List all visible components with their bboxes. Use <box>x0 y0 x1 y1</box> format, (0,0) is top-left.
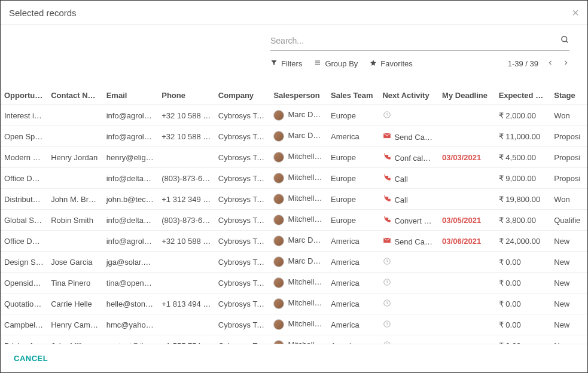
cell-email: info@agrolai… <box>103 231 159 252</box>
cell-stage: Proposi <box>550 147 587 168</box>
cell-contact <box>47 231 103 252</box>
cell-stage: New <box>550 273 587 293</box>
toolbar-right: Filters Group By Favorites 1-39 / 39 <box>270 33 569 68</box>
table-row[interactable]: Global Sol…Robin Smithinfo@deltap…(803)-… <box>1 210 587 231</box>
cell-deadline <box>438 314 495 335</box>
salesperson-name: Mitchell… <box>288 298 322 307</box>
cell-activity: Convert … <box>379 210 438 231</box>
cancel-button[interactable]: CANCEL <box>14 354 48 363</box>
cell-contact: Jose Garcia <box>47 252 103 273</box>
cell-team: Europe <box>327 105 379 126</box>
filters-button[interactable]: Filters <box>270 59 302 68</box>
col-opportunity[interactable]: Opportu… <box>1 84 47 105</box>
cell-activity <box>379 273 438 293</box>
cell-contact: Henry Jordan <box>47 147 103 168</box>
cell-opportunity: Opensides… <box>1 273 47 293</box>
cell-opportunity: Design Sof… <box>1 252 47 273</box>
cell-stage: Proposi <box>550 168 587 189</box>
pager-next-icon[interactable] <box>562 59 569 68</box>
cell-activity <box>379 335 438 344</box>
col-stage[interactable]: Stage <box>550 84 587 105</box>
table-row[interactable]: Pricing for…John Millercontact@the…+1 55… <box>1 335 587 344</box>
mail-icon <box>382 132 392 142</box>
avatar <box>273 173 284 184</box>
col-activity[interactable]: Next Activity <box>379 84 438 105</box>
table-row[interactable]: Design Sof…Jose Garciajga@solar.ex…Cybro… <box>1 252 587 273</box>
col-email[interactable]: Email <box>103 84 159 105</box>
cell-deadline <box>438 105 495 126</box>
col-phone[interactable]: Phone <box>158 84 215 105</box>
salesperson-name: Mitchell… <box>288 319 322 328</box>
table-row[interactable]: Office Desi…info@deltap…(803)-873-6…Cybr… <box>1 168 587 189</box>
salesperson-name: Marc D… <box>288 110 321 119</box>
search-input[interactable] <box>270 33 560 48</box>
cell-stage: New <box>550 314 587 335</box>
cell-activity <box>379 105 438 126</box>
pager-prev-icon[interactable] <box>547 59 554 68</box>
table-row[interactable]: Open Spac…info@agrolai…+32 10 588 …Cybro… <box>1 126 587 147</box>
table-row[interactable]: Campbell: …Henry Camp…hmc@yahoo…Cybrosys… <box>1 314 587 335</box>
col-revenue[interactable]: Expected R… <box>495 84 551 105</box>
activity-text: Call <box>394 195 407 204</box>
cell-contact: Carrie Helle <box>47 293 103 314</box>
cell-phone: +32 10 588 … <box>158 126 215 147</box>
pager-range: 1-39 / 39 <box>508 59 538 68</box>
clock-icon <box>382 299 392 309</box>
table-row[interactable]: Quotation …Carrie Hellehelle@stona…+1 81… <box>1 293 587 314</box>
activity-text: Call <box>394 175 407 184</box>
cell-stage: Won <box>550 189 587 210</box>
favorites-button[interactable]: Favorites <box>370 59 412 68</box>
col-company[interactable]: Company <box>215 84 270 105</box>
svg-point-0 <box>562 36 567 42</box>
cell-team: America <box>327 335 379 344</box>
search-icon[interactable] <box>560 35 569 46</box>
cell-revenue: ₹ 0.00 <box>495 314 551 335</box>
clock-icon <box>382 341 392 344</box>
cell-deadline <box>438 168 495 189</box>
cell-email: info@agrolai… <box>103 126 159 147</box>
cell-revenue: ₹ 4,500.00 <box>495 147 551 168</box>
cell-opportunity: Office Desi… <box>1 231 47 252</box>
cell-salesperson: Mitchell… <box>270 273 327 293</box>
col-deadline[interactable]: My Deadline <box>438 84 495 105</box>
avatar <box>273 298 284 309</box>
col-salesperson[interactable]: Salesperson <box>270 84 327 105</box>
cell-revenue: ₹ 11,000.00 <box>495 126 551 147</box>
table-row[interactable]: Office Desi…info@agrolai…+32 10 588 …Cyb… <box>1 231 587 252</box>
avatar <box>273 110 284 121</box>
cell-email: john.b@tech… <box>103 189 159 210</box>
filter-row: Filters Group By Favorites 1-39 / 39 <box>270 59 569 68</box>
cell-salesperson: Marc D… <box>270 231 327 252</box>
cell-revenue: ₹ 9,000.00 <box>495 168 551 189</box>
table-row[interactable]: Modern O…Henry Jordanhenry@eligh…Cybrosy… <box>1 147 587 168</box>
table-row[interactable]: Opensides…Tina Pinerotina@opensi…Cybrosy… <box>1 273 587 293</box>
close-icon[interactable]: × <box>572 7 579 19</box>
salesperson-name: Marc D… <box>288 131 321 140</box>
groupby-button[interactable]: Group By <box>314 59 358 68</box>
table-row[interactable]: Interest in …info@agrolai…+32 10 588 …Cy… <box>1 105 587 126</box>
col-contact[interactable]: Contact Na… <box>47 84 103 105</box>
cell-email: jga@solar.ex… <box>103 252 159 273</box>
selected-records-modal: Selected records × Filters <box>0 0 588 373</box>
cell-phone: (803)-873-6… <box>158 210 215 231</box>
cell-revenue: ₹ 0.00 <box>495 335 551 344</box>
table-row[interactable]: Distributor…John M. Bro…john.b@tech…+1 3… <box>1 189 587 210</box>
salesperson-name: Mitchell… <box>288 340 322 344</box>
cell-team: America <box>327 252 379 273</box>
modal-scroll-area[interactable]: Filters Group By Favorites 1-39 / 39 <box>1 25 587 344</box>
clock-icon <box>382 320 392 330</box>
activity-text: Send Ca… <box>394 237 432 246</box>
cell-team: America <box>327 293 379 314</box>
cell-company: Cybrosys Te… <box>215 273 270 293</box>
cell-phone: +32 10 588 … <box>158 105 215 126</box>
cell-stage: New <box>550 252 587 273</box>
cell-deadline <box>438 293 495 314</box>
mail-icon <box>382 236 392 246</box>
col-team[interactable]: Sales Team <box>327 84 379 105</box>
cell-deadline <box>438 273 495 293</box>
modal-title: Selected records <box>9 8 77 18</box>
cell-revenue: ₹ 3,800.00 <box>495 210 551 231</box>
cell-opportunity: Pricing for… <box>1 335 47 344</box>
cell-company: Cybrosys Te… <box>215 210 270 231</box>
cell-activity: Call <box>379 189 438 210</box>
